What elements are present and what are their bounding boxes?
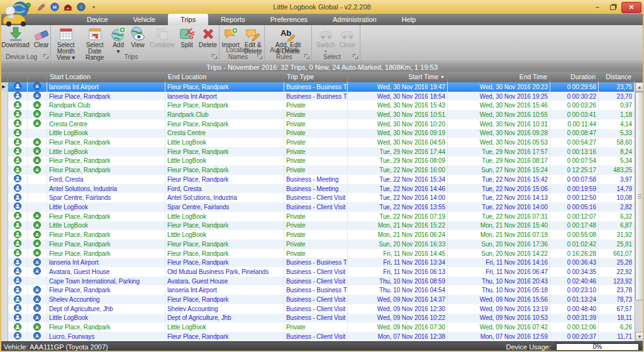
- trip-row[interactable]: ALittle LogBookDept of Agriculture, JhbB…: [0, 314, 635, 323]
- split-button[interactable]: Split: [177, 26, 196, 48]
- trip-row[interactable]: AFleur Place, RandparkRandpark ClubPriva…: [0, 110, 635, 119]
- dialog-launcher-icon[interactable]: [212, 54, 217, 59]
- col-header-duration[interactable]: Duration: [550, 72, 599, 82]
- view-button[interactable]: View: [128, 26, 147, 48]
- tab-vehicle[interactable]: Vehicle: [121, 14, 168, 25]
- trip-row[interactable]: ALittle LogBookFleur Place, RandparkPriv…: [0, 221, 635, 231]
- toolbar-options-icon[interactable]: ▾: [92, 4, 95, 10]
- dialog-launcher-icon[interactable]: [304, 54, 309, 59]
- trip-row[interactable]: ARandpark ClubFleur Place, RandparkPriva…: [0, 101, 635, 110]
- trip-row[interactable]: Little LogBookSpar Centre, FairlandsBusi…: [0, 202, 635, 212]
- trip-row[interactable]: AAvatara, Guest HouseOld Mutual Business…: [0, 267, 635, 277]
- start-location-cell: Fleur Place, Randpark: [47, 212, 165, 221]
- combine-button[interactable]: Combine: [148, 26, 177, 48]
- trip-row[interactable]: AShelev AccountingFleur Place, RandparkB…: [0, 295, 635, 304]
- trip-row[interactable]: AFleur Place, RandparkFleur Place, Randp…: [0, 249, 635, 258]
- import-button[interactable]: Import: [219, 26, 241, 48]
- trip-row[interactable]: AFleur Place, RandparkLittle LogBookPriv…: [0, 230, 635, 239]
- trip-row[interactable]: AFleur Place, Randparklanseria Int Airpo…: [0, 285, 635, 295]
- trip-row[interactable]: Alanseria Int AirportFleur Place, Randpa…: [0, 258, 635, 267]
- col-header-end-time[interactable]: End Time: [448, 72, 550, 82]
- start-time-cell: Fri, 11 Nov 2016 14:45: [348, 249, 448, 258]
- tab-reports[interactable]: Reports: [208, 14, 258, 25]
- scrollbar-thumb[interactable]: [635, 92, 644, 300]
- trip-row[interactable]: Ford, CrestaFleur Place, RandparkBusines…: [0, 175, 635, 184]
- end-time-cell: Fri, 11 Nov 2016 06:47: [448, 267, 550, 277]
- trip-row[interactable]: ▶Alanseria Int AirportFleur Place, Randp…: [0, 82, 635, 92]
- distance-cell: 6,26: [599, 322, 635, 332]
- distance-cell: 483,25: [599, 165, 635, 175]
- close-button[interactable]: Close: [337, 26, 357, 48]
- start-location-cell: Cresta Centre: [47, 119, 165, 129]
- dialog-launcher-icon[interactable]: [353, 54, 358, 59]
- start-location-cell: Ford, Cresta: [47, 175, 165, 184]
- trip-row[interactable]: Spar Centre, FairlandsAntel Sol;utions, …: [0, 193, 635, 202]
- trip-row[interactable]: ALucro, FourwaysFleur Place, RandparkBus…: [0, 332, 635, 341]
- category-icon-cell: [8, 184, 28, 194]
- tab-administration[interactable]: Administration: [320, 14, 389, 25]
- col-header-trip-type[interactable]: Trip Type: [284, 72, 348, 82]
- trip-row[interactable]: ALittle LogBookFleur Place, RandparkPriv…: [0, 147, 635, 157]
- trip-category-icon: [14, 202, 21, 211]
- trip-row[interactable]: AFleur Place, RandparkLittle LogBookPriv…: [0, 157, 635, 166]
- add-button[interactable]: Add ▾: [109, 26, 128, 55]
- switch-button[interactable]: Switch ▾: [314, 26, 336, 55]
- start-time-cell: Thu, 10 Nov 2016 04:54: [348, 285, 448, 295]
- phone-icon[interactable]: [64, 3, 72, 11]
- duration-cell: 0 00:03:26: [550, 101, 599, 110]
- end-time-cell: Wed, 09 Nov 2016 15:56: [448, 295, 550, 304]
- clear-button[interactable]: Clear: [32, 26, 51, 48]
- globe-icon[interactable]: [77, 3, 86, 11]
- vehicle-status: Vehicle: AAA111GP (Toyota 2007): [4, 342, 108, 352]
- vertical-scrollbar[interactable]: ▲ ▼: [635, 82, 644, 341]
- dialog-launcher-icon[interactable]: [257, 54, 262, 59]
- category-icon-cell: [8, 147, 28, 157]
- trip-row[interactable]: AFleur Place, RandparkLittle LogBookPriv…: [0, 212, 635, 221]
- trip-type-cell: Business - Client Visit: [284, 267, 348, 277]
- edit-pencil-icon[interactable]: [37, 3, 46, 11]
- col-header-end-location[interactable]: End Location: [165, 72, 284, 82]
- trip-row[interactable]: AFleur Place, RandparkFleur Place, Randp…: [0, 165, 635, 175]
- tab-trips[interactable]: Trips: [168, 14, 208, 25]
- row-selector-cell: [0, 258, 8, 267]
- trip-row[interactable]: ADept of Agriculture, JhbShelev Accounti…: [0, 304, 635, 314]
- col-header-start-time[interactable]: Start Time▼: [348, 72, 448, 82]
- row-selector-cell: [0, 249, 8, 258]
- trip-category-icon: [14, 258, 21, 267]
- app-logo-icon[interactable]: [2, 1, 31, 28]
- category-icon-cell: [8, 212, 28, 221]
- trip-row[interactable]: AFleur Place, Randparklanseria Int Airpo…: [0, 92, 635, 101]
- trip-row[interactable]: Little LogBookCresta CentrePrivateWed, 3…: [0, 129, 635, 138]
- scroll-up-button[interactable]: ▲: [635, 82, 644, 92]
- button-label: View: [131, 42, 145, 48]
- trip-row[interactable]: AFleur Place, RandparkFleur Place, Randp…: [0, 239, 635, 249]
- split-icon: [179, 26, 194, 41]
- trip-row[interactable]: Cape Town International, ParkingAvatara,…: [0, 277, 635, 286]
- duration-cell: 0 01:13:24: [550, 295, 599, 304]
- delete-button[interactable]: Delete: [197, 26, 219, 48]
- close-button[interactable]: ✕: [621, 2, 641, 13]
- end-time-cell: Tue, 22 Nov 2016 15:06: [448, 184, 550, 194]
- help-icon[interactable]: H: [50, 3, 59, 11]
- col-header-distance[interactable]: Distance: [599, 72, 635, 82]
- minimize-button[interactable]: –: [591, 3, 604, 12]
- trip-row[interactable]: Antel Solutions, IndustriaFord, CrestaBu…: [0, 184, 635, 194]
- category-icon-cell: [8, 202, 28, 212]
- tab-preferences[interactable]: Preferences: [258, 14, 320, 25]
- row-selector-cell: [0, 295, 8, 304]
- ribbon-group-label: Select: [313, 53, 351, 60]
- end-location-cell: Cresta Centre: [165, 129, 284, 138]
- download-button[interactable]: Download: [0, 26, 31, 48]
- trip-row[interactable]: AFleur Place, RandparkLittle LogBookPriv…: [0, 138, 635, 147]
- tab-device[interactable]: Device: [74, 14, 121, 25]
- col-header-start-location[interactable]: Start Location: [47, 72, 165, 82]
- trip-row[interactable]: ACresta CentreFleur Place, RandparkPriva…: [0, 119, 635, 129]
- tab-help[interactable]: Help: [389, 14, 429, 25]
- trip-row[interactable]: AFleur Place, RandparkLittle LogBookPriv…: [0, 322, 635, 332]
- row-selector-cell: [0, 165, 8, 175]
- svg-text:A: A: [35, 268, 39, 274]
- auto-marked-icon: A: [33, 231, 41, 239]
- scroll-down-button[interactable]: ▼: [635, 332, 644, 341]
- dialog-launcher-icon[interactable]: [43, 54, 48, 59]
- restore-button[interactable]: [606, 3, 619, 12]
